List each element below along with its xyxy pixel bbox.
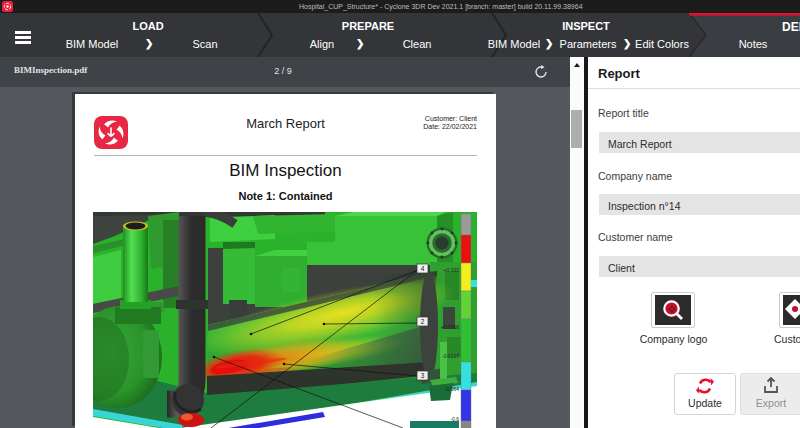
svg-text:2: 2	[421, 318, 425, 325]
svg-text:-0.064: -0.064	[445, 386, 459, 392]
svg-text:3: 3	[421, 372, 425, 379]
svg-text:+0.102: +0.102	[444, 267, 460, 273]
svg-text:-0.6: -0.6	[450, 416, 459, 422]
svg-text:+0.0966: +0.0966	[441, 324, 459, 330]
svg-text:4: 4	[421, 265, 425, 272]
svg-text:-0.0127: -0.0127	[442, 353, 459, 359]
